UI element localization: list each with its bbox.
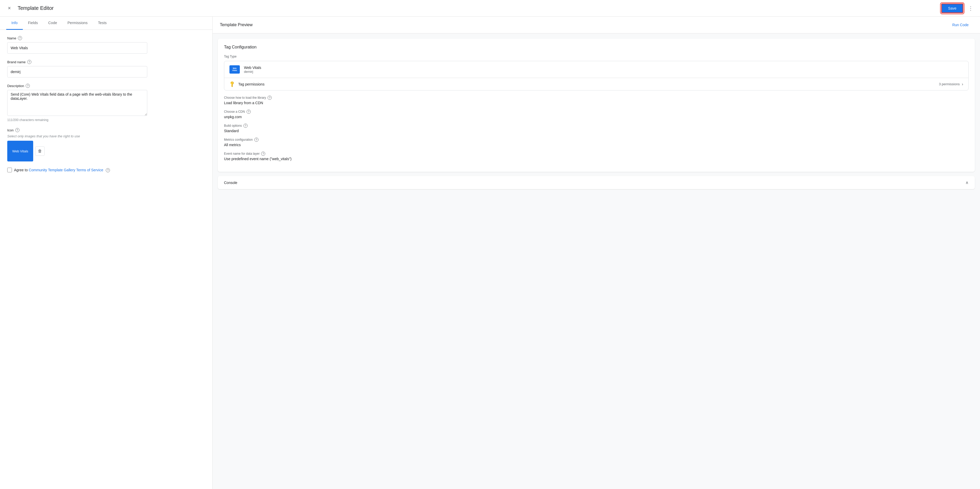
- brand-input[interactable]: [7, 66, 147, 78]
- metrics-value: All metrics: [224, 143, 969, 147]
- agree-label: Agree to Community Template Gallery Term…: [14, 168, 110, 172]
- event-name-row: Event name for data layer ? Use predefin…: [224, 152, 969, 161]
- name-label: Name ?: [7, 36, 205, 40]
- description-help-icon[interactable]: ?: [25, 84, 30, 88]
- build-options-row: Build options ? Standard: [224, 124, 969, 133]
- left-panel: Info Fields Code Permissions Tests Name …: [0, 17, 213, 489]
- description-textarea[interactable]: Send (Core) Web Vitals field data of a p…: [7, 90, 147, 116]
- more-icon: ⋮: [968, 5, 973, 11]
- right-panel-header: Template Preview Run Code: [213, 17, 980, 33]
- metrics-label: Metrics configuration ?: [224, 138, 969, 142]
- char-count: 111/200 characters remaining: [7, 118, 205, 122]
- top-bar-right: Save ⋮: [941, 3, 975, 13]
- agree-help-icon[interactable]: ?: [106, 168, 110, 172]
- console-title: Console: [224, 181, 237, 185]
- build-options-help-icon[interactable]: ?: [243, 124, 248, 128]
- cdn-value: unpkg.com: [224, 115, 969, 119]
- tabs-bar: Info Fields Code Permissions Tests: [0, 17, 212, 30]
- tag-type-icon: WebVitals: [229, 65, 240, 74]
- tag-config-card: Tag Configuration Tag Type WebVitals Web…: [218, 39, 975, 172]
- tag-type-info: Web Vitals demirj: [244, 65, 963, 74]
- name-help-icon[interactable]: ?: [18, 36, 22, 40]
- metrics-row: Metrics configuration ? All metrics: [224, 138, 969, 147]
- load-library-row: Choose how to load the library ? Load li…: [224, 95, 969, 105]
- delete-icon-button[interactable]: 🗑: [35, 146, 45, 156]
- event-name-help-icon[interactable]: ?: [261, 152, 265, 156]
- brand-field-group: Brand name ?: [7, 60, 205, 78]
- tag-type-box: WebVitals Web Vitals demirj 🔑 Tag permis…: [224, 61, 969, 90]
- permissions-label: Tag permissions: [238, 82, 939, 86]
- event-name-value: Use predefined event name ("web_vitals"): [224, 157, 969, 161]
- icon-actions: 🗑: [35, 141, 45, 162]
- console-header: Console ∧: [224, 180, 969, 185]
- key-icon: 🔑: [228, 81, 235, 88]
- run-code-button[interactable]: Run Code: [948, 21, 973, 29]
- tab-code[interactable]: Code: [43, 17, 62, 30]
- console-toggle-button[interactable]: ∧: [966, 180, 969, 185]
- right-panel: Template Preview Run Code Tag Configurat…: [213, 17, 980, 489]
- tag-type-label: Tag Type: [224, 55, 969, 58]
- cdn-help-icon[interactable]: ?: [247, 110, 251, 114]
- save-button[interactable]: Save: [941, 3, 963, 13]
- icon-help-icon[interactable]: ?: [15, 128, 19, 132]
- icon-preview: Web Vitals: [7, 141, 33, 162]
- description-label: Description ?: [7, 84, 205, 88]
- agree-link[interactable]: Community Template Gallery Terms of Serv…: [29, 168, 103, 172]
- build-options-label: Build options ?: [224, 124, 969, 128]
- agree-row: Agree to Community Template Gallery Term…: [7, 168, 205, 172]
- preview-title: Template Preview: [220, 22, 253, 27]
- description-field-group: Description ? Send (Core) Web Vitals fie…: [7, 84, 205, 122]
- name-input[interactable]: [7, 42, 147, 54]
- main-layout: Info Fields Code Permissions Tests Name …: [0, 17, 980, 489]
- metrics-help-icon[interactable]: ?: [255, 138, 258, 142]
- icon-container: Web Vitals 🗑: [7, 141, 205, 162]
- tag-type-row: WebVitals Web Vitals demirj: [224, 61, 968, 78]
- tag-type-brand: demirj: [244, 70, 963, 74]
- info-panel-content: Name ? Brand name ? Description ? S: [0, 30, 212, 489]
- chevron-right-icon: ›: [962, 82, 963, 87]
- tag-permissions-row[interactable]: 🔑 Tag permissions 3 permissions ›: [224, 78, 968, 90]
- icon-label: Icon ?: [7, 128, 205, 132]
- icon-hint: Select only images that you have the rig…: [7, 134, 205, 138]
- preview-content: Tag Configuration Tag Type WebVitals Web…: [213, 33, 980, 489]
- tab-tests[interactable]: Tests: [93, 17, 112, 30]
- agree-checkbox[interactable]: [7, 168, 12, 172]
- tab-fields[interactable]: Fields: [23, 17, 43, 30]
- load-library-help-icon[interactable]: ?: [267, 95, 272, 100]
- tag-config-title: Tag Configuration: [224, 45, 969, 49]
- cdn-label: Choose a CDN ?: [224, 110, 969, 114]
- name-field-group: Name ?: [7, 36, 205, 54]
- top-bar-left: × Template Editor: [5, 4, 54, 13]
- load-library-label: Choose how to load the library ?: [224, 95, 969, 100]
- config-details: Choose how to load the library ? Load li…: [224, 95, 969, 161]
- close-button[interactable]: ×: [5, 4, 13, 13]
- brand-label: Brand name ?: [7, 60, 205, 64]
- tag-type-name: Web Vitals: [244, 65, 963, 70]
- app-title: Template Editor: [18, 5, 54, 11]
- permissions-count: 3 permissions: [939, 82, 959, 86]
- build-options-value: Standard: [224, 129, 969, 133]
- more-options-button[interactable]: ⋮: [967, 4, 975, 13]
- cdn-row: Choose a CDN ? unpkg.com: [224, 110, 969, 119]
- trash-icon: 🗑: [38, 149, 42, 153]
- icon-field-group: Icon ? Select only images that you have …: [7, 128, 205, 162]
- load-library-value: Load library from a CDN: [224, 101, 969, 105]
- close-icon: ×: [8, 5, 11, 11]
- top-bar: × Template Editor Save ⋮: [0, 0, 980, 17]
- brand-help-icon[interactable]: ?: [27, 60, 31, 64]
- tab-info[interactable]: Info: [6, 17, 23, 30]
- console-section: Console ∧: [218, 176, 975, 189]
- tab-permissions[interactable]: Permissions: [62, 17, 93, 30]
- event-name-label: Event name for data layer ?: [224, 152, 969, 156]
